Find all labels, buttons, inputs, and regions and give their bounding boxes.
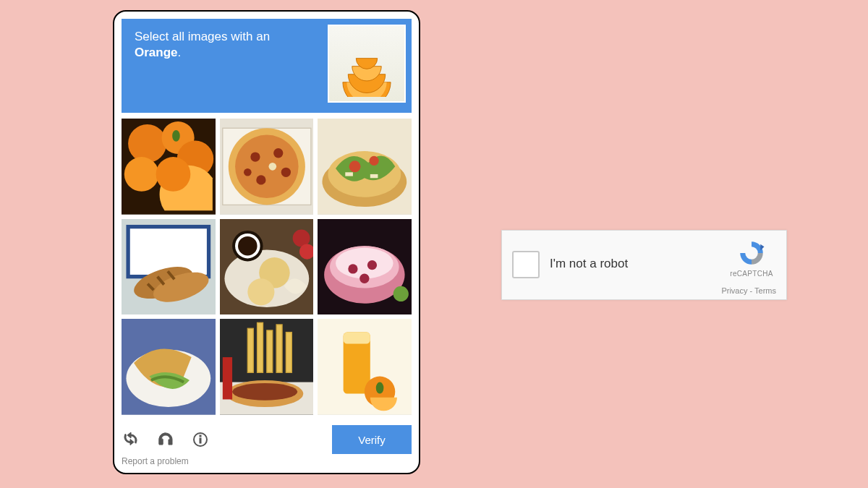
recaptcha-links: Privacy - Terms <box>721 286 776 295</box>
tile-sandwich[interactable] <box>122 319 216 415</box>
recaptcha-widget: I'm not a robot reCAPTCHA Privacy - Term… <box>501 230 787 300</box>
svg-point-14 <box>250 152 260 161</box>
svg-point-48 <box>349 264 358 273</box>
tile-salad[interactable] <box>318 119 412 215</box>
svg-point-13 <box>235 135 299 199</box>
svg-point-4 <box>128 124 166 163</box>
svg-point-24 <box>370 156 379 166</box>
svg-point-23 <box>349 160 361 172</box>
image-grid <box>122 119 412 415</box>
verify-button[interactable]: Verify <box>332 425 412 454</box>
svg-rect-60 <box>286 333 292 373</box>
terms-link[interactable]: Terms <box>754 286 776 295</box>
svg-point-49 <box>367 260 377 270</box>
instruction-period: . <box>178 46 182 59</box>
recaptcha-logo: reCAPTCHA <box>730 238 773 281</box>
svg-point-51 <box>393 286 409 301</box>
instruction-target: Orange <box>135 46 178 59</box>
tile-bread[interactable] <box>122 219 216 315</box>
svg-point-17 <box>256 175 265 184</box>
svg-point-19 <box>268 163 276 171</box>
svg-point-62 <box>232 383 297 401</box>
svg-rect-26 <box>370 174 378 178</box>
svg-rect-63 <box>222 357 231 399</box>
svg-point-7 <box>124 157 159 192</box>
sample-thumbnail <box>328 25 406 103</box>
orange-slices-icon <box>329 26 404 101</box>
reload-icon[interactable] <box>122 430 140 449</box>
privacy-link[interactable]: Privacy <box>721 286 747 295</box>
tile-cookies-coffee[interactable] <box>220 219 314 315</box>
recaptcha-icon <box>736 238 767 268</box>
tile-pizza[interactable] <box>220 119 314 215</box>
report-problem-link[interactable]: Report a problem <box>122 456 189 466</box>
svg-point-16 <box>281 168 290 177</box>
footer-toolbar: Verify <box>122 425 412 454</box>
svg-point-18 <box>244 168 252 176</box>
svg-rect-25 <box>346 172 354 176</box>
not-robot-label: I'm not a robot <box>550 257 628 271</box>
tile-fries-hotdog[interactable] <box>220 319 314 415</box>
svg-rect-56 <box>247 329 253 373</box>
captcha-challenge-card: Select all images with an Orange. <box>113 10 420 474</box>
svg-rect-71 <box>200 435 201 437</box>
svg-point-15 <box>273 148 283 158</box>
tile-oranges[interactable] <box>122 119 216 215</box>
svg-point-50 <box>360 273 370 283</box>
headphones-icon[interactable] <box>156 430 175 449</box>
tile-orange-juice[interactable] <box>318 319 412 415</box>
svg-point-9 <box>172 130 180 142</box>
svg-rect-70 <box>200 438 201 443</box>
link-separator: - <box>747 286 754 295</box>
svg-rect-57 <box>257 323 263 373</box>
svg-point-41 <box>247 278 274 305</box>
info-icon[interactable] <box>191 430 210 449</box>
svg-rect-58 <box>266 330 272 372</box>
svg-point-39 <box>238 236 258 256</box>
not-robot-checkbox[interactable] <box>512 251 540 278</box>
tile-pink-jelly[interactable] <box>318 219 412 315</box>
svg-point-8 <box>156 157 191 192</box>
svg-point-68 <box>376 382 384 394</box>
svg-rect-59 <box>276 325 282 372</box>
challenge-footer: Verify Report a problem <box>122 425 412 467</box>
recaptcha-brand: reCAPTCHA <box>730 270 773 278</box>
svg-rect-66 <box>344 333 370 344</box>
challenge-header: Select all images with an Orange. <box>122 19 412 113</box>
